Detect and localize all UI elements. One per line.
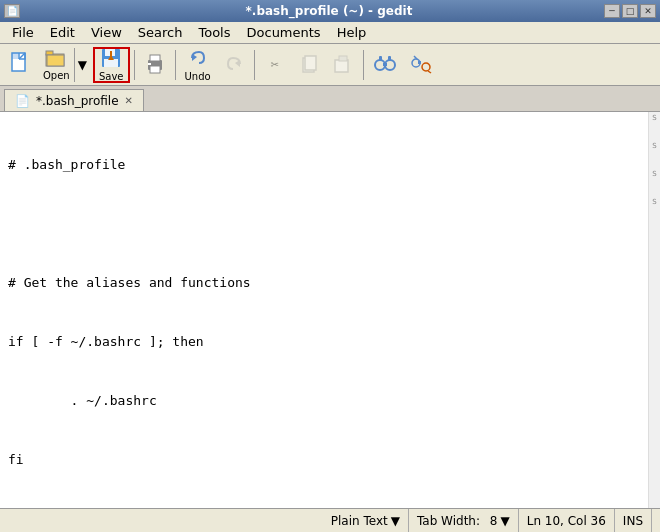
separator-2 xyxy=(175,50,176,80)
tab-width-label: Tab Width: xyxy=(417,514,480,528)
code-editor[interactable]: # .bash_profile # Get the aliases and fu… xyxy=(0,112,648,508)
gutter-mark-3: S xyxy=(652,170,656,178)
tab-bar: 📄 *.bash_profile ✕ xyxy=(0,86,660,112)
menu-view[interactable]: View xyxy=(83,23,130,42)
menu-file[interactable]: File xyxy=(4,23,42,42)
replace-button[interactable] xyxy=(404,47,438,83)
cut-button[interactable]: ✂ xyxy=(259,47,291,83)
close-button[interactable]: ✕ xyxy=(640,4,656,18)
save-button[interactable]: Save xyxy=(93,47,130,83)
menu-bar: File Edit View Search Tools Documents He… xyxy=(0,22,660,44)
scissors-icon: ✂ xyxy=(270,59,278,70)
svg-rect-1 xyxy=(12,53,18,59)
svg-marker-17 xyxy=(235,60,240,67)
redo-button[interactable] xyxy=(218,47,250,83)
edit-mode-label: INS xyxy=(623,514,643,528)
language-dropdown[interactable]: Plain Text ▼ xyxy=(331,514,400,528)
paste-icon xyxy=(333,54,353,76)
code-line-1: # .bash_profile xyxy=(8,155,640,175)
separator-3 xyxy=(254,50,255,80)
print-button[interactable] xyxy=(139,47,171,83)
copy-icon xyxy=(299,54,319,76)
editor-area: # .bash_profile # Get the aliases and fu… xyxy=(0,112,660,508)
find-button[interactable] xyxy=(368,47,402,83)
cursor-position-label: Ln 10, Col 36 xyxy=(527,514,606,528)
edit-mode: INS xyxy=(615,509,652,532)
open-button[interactable]: Open ▼ xyxy=(38,47,91,83)
open-icon xyxy=(45,48,67,70)
toolbar: Open ▼ Save xyxy=(0,44,660,86)
new-button[interactable] xyxy=(4,47,36,83)
gutter-mark-2: S xyxy=(652,142,656,150)
svg-rect-6 xyxy=(47,55,64,66)
minimize-button[interactable]: ─ xyxy=(604,4,620,18)
code-line-4: if [ -f ~/.bashrc ]; then xyxy=(8,332,640,352)
svg-rect-24 xyxy=(383,63,387,66)
undo-icon xyxy=(187,47,209,71)
status-bar: Plain Text ▼ Tab Width: 8 ▼ Ln 10, Col 3… xyxy=(0,508,660,532)
tab-width-value: 8 xyxy=(490,514,498,528)
svg-rect-14 xyxy=(150,66,160,73)
editor-right-gutter: S S S S xyxy=(648,112,660,508)
code-line-2 xyxy=(8,214,640,234)
redo-icon xyxy=(223,53,245,77)
svg-rect-20 xyxy=(335,60,348,72)
svg-rect-11 xyxy=(110,51,112,57)
svg-marker-16 xyxy=(192,54,197,61)
language-selector[interactable]: Plain Text ▼ xyxy=(323,509,409,532)
code-line-5: . ~/.bashrc xyxy=(8,391,640,411)
undo-button[interactable]: Undo xyxy=(180,47,216,83)
cursor-position: Ln 10, Col 36 xyxy=(519,509,615,532)
language-label: Plain Text xyxy=(331,514,388,528)
menu-tools[interactable]: Tools xyxy=(190,23,238,42)
svg-rect-25 xyxy=(379,56,382,61)
svg-point-28 xyxy=(422,63,430,71)
svg-rect-5 xyxy=(46,51,53,55)
svg-rect-13 xyxy=(150,55,160,61)
svg-rect-26 xyxy=(388,56,391,61)
menu-edit[interactable]: Edit xyxy=(42,23,83,42)
binoculars-icon xyxy=(373,54,397,76)
separator-1 xyxy=(134,50,135,80)
replace-icon xyxy=(409,54,433,76)
tab-width-dropdown[interactable]: Tab Width: 8 ▼ xyxy=(417,514,510,528)
file-tab-icon: 📄 xyxy=(15,94,30,108)
tab-close-button[interactable]: ✕ xyxy=(125,95,133,106)
svg-rect-29 xyxy=(418,61,421,64)
window-controls[interactable]: ─ □ ✕ xyxy=(604,4,656,18)
tab-width-chevron-icon: ▼ xyxy=(500,514,509,528)
print-icon xyxy=(144,53,166,77)
paste-button[interactable] xyxy=(327,47,359,83)
file-tab-label: *.bash_profile xyxy=(36,94,119,108)
copy-button[interactable] xyxy=(293,47,325,83)
menu-documents[interactable]: Documents xyxy=(239,23,329,42)
new-icon xyxy=(9,52,31,77)
language-chevron-icon: ▼ xyxy=(391,514,400,528)
separator-4 xyxy=(363,50,364,80)
open-button-main: Open xyxy=(39,46,74,83)
save-icon xyxy=(100,47,122,71)
open-dropdown-arrow[interactable]: ▼ xyxy=(74,48,90,82)
open-label: Open xyxy=(43,70,70,81)
svg-rect-19 xyxy=(305,56,316,70)
window-title: *.bash_profile (~) - gedit xyxy=(54,4,604,18)
menu-help[interactable]: Help xyxy=(329,23,375,42)
maximize-button[interactable]: □ xyxy=(622,4,638,18)
code-line-6: fi xyxy=(8,450,640,470)
svg-rect-15 xyxy=(148,63,151,65)
title-bar: 📄 *.bash_profile (~) - gedit ─ □ ✕ xyxy=(0,0,660,22)
file-tab[interactable]: 📄 *.bash_profile ✕ xyxy=(4,89,144,111)
code-line-3: # Get the aliases and functions xyxy=(8,273,640,293)
svg-line-31 xyxy=(428,71,431,73)
undo-label: Undo xyxy=(185,71,211,82)
svg-rect-9 xyxy=(104,59,118,67)
menu-search[interactable]: Search xyxy=(130,23,191,42)
save-label: Save xyxy=(99,71,124,82)
gutter-mark-1: S xyxy=(652,114,656,122)
gutter-mark-4: S xyxy=(652,198,656,206)
svg-rect-21 xyxy=(339,56,347,61)
tab-width-selector[interactable]: Tab Width: 8 ▼ xyxy=(409,509,519,532)
